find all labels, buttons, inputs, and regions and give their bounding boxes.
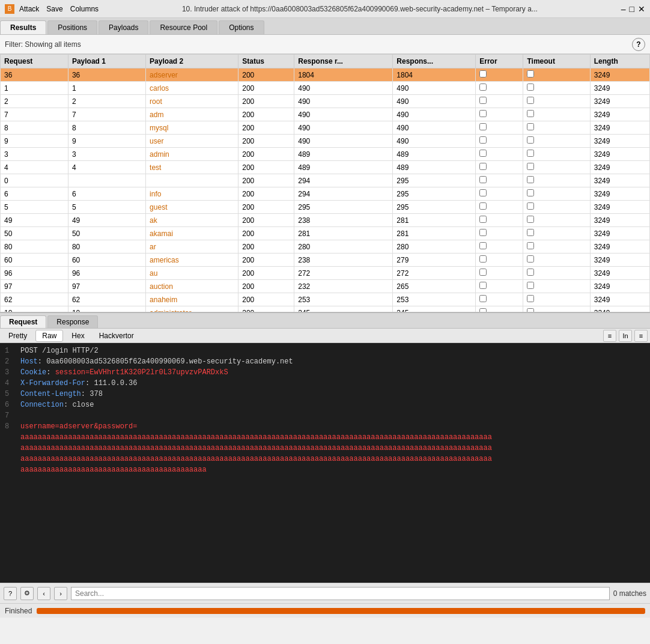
forward-button[interactable]: › <box>54 587 67 600</box>
tab-request[interactable]: Request <box>0 315 46 328</box>
cell-status: 200 <box>238 187 294 201</box>
error-checkbox[interactable] <box>479 97 487 104</box>
error-checkbox[interactable] <box>479 70 487 77</box>
cell-p1: 80 <box>68 240 145 254</box>
table-row[interactable]: 96 96 au 200 272 272 3249 <box>1 267 650 280</box>
table-row[interactable]: 36 36 adserver 200 1804 1804 3249 <box>1 68 650 82</box>
error-checkbox[interactable] <box>479 150 487 157</box>
col-request[interactable]: Request <box>1 55 68 68</box>
tab-resource-pool[interactable]: Resource Pool <box>150 20 217 34</box>
cell-req: 8 <box>1 121 68 135</box>
table-row[interactable]: 60 60 americas 200 238 279 3249 <box>1 254 650 267</box>
table-row[interactable]: 8 8 mysql 200 490 490 3249 <box>1 121 650 135</box>
timeout-checkbox[interactable] <box>527 189 534 196</box>
close-button[interactable]: ✕ <box>638 4 645 14</box>
error-checkbox[interactable] <box>479 163 487 170</box>
itab-hex[interactable]: Hex <box>65 330 90 341</box>
cell-error <box>476 280 523 293</box>
help-button[interactable]: ? <box>632 38 645 51</box>
col-payload1[interactable]: Payload 1 <box>68 55 145 68</box>
table-row[interactable]: 3 3 admin 200 489 489 3249 <box>1 148 650 161</box>
cell-p2: admin <box>146 148 238 161</box>
error-checkbox[interactable] <box>479 189 487 196</box>
back-button[interactable]: ‹ <box>37 587 50 600</box>
error-checkbox[interactable] <box>479 282 487 289</box>
table-row[interactable]: 50 50 akamai 200 281 281 3249 <box>1 227 650 240</box>
error-checkbox[interactable] <box>479 216 487 223</box>
search-input[interactable] <box>71 587 610 600</box>
timeout-checkbox[interactable] <box>527 150 534 157</box>
cell-resp: 245 <box>393 306 476 313</box>
timeout-checkbox[interactable] <box>527 176 534 183</box>
minimize-button[interactable]: – <box>621 4 626 14</box>
timeout-checkbox[interactable] <box>527 242 534 249</box>
tab-options[interactable]: Options <box>219 20 264 34</box>
timeout-checkbox[interactable] <box>527 202 534 210</box>
col-length[interactable]: Length <box>590 55 649 68</box>
table-row[interactable]: 0 200 294 295 3249 <box>1 174 650 187</box>
timeout-checkbox[interactable] <box>527 229 534 236</box>
table-row[interactable]: 49 49 ak 200 238 281 3249 <box>1 214 650 227</box>
timeout-checkbox[interactable] <box>527 163 534 170</box>
timeout-checkbox[interactable] <box>527 136 534 144</box>
table-row[interactable]: 62 62 anaheim 200 253 253 3249 <box>1 293 650 306</box>
error-checkbox[interactable] <box>479 123 487 130</box>
timeout-checkbox[interactable] <box>527 123 534 130</box>
table-row[interactable]: 6 6 info 200 294 295 3249 <box>1 187 650 201</box>
menu-columns[interactable]: Columns <box>70 5 99 13</box>
tab-payloads[interactable]: Payloads <box>99 20 148 34</box>
timeout-checkbox[interactable] <box>527 308 534 312</box>
timeout-checkbox[interactable] <box>527 110 534 117</box>
timeout-checkbox[interactable] <box>527 282 534 289</box>
col-response-r[interactable]: Response r... <box>294 55 393 68</box>
tab-response[interactable]: Response <box>47 315 98 328</box>
timeout-checkbox[interactable] <box>527 70 534 77</box>
table-row[interactable]: 2 2 root 200 490 490 3249 <box>1 95 650 108</box>
error-checkbox[interactable] <box>479 308 487 312</box>
menu-save[interactable]: Save <box>46 5 62 13</box>
table-row[interactable]: 97 97 auction 200 232 265 3249 <box>1 280 650 293</box>
tool-btn-menu[interactable]: ≡ <box>634 330 648 342</box>
col-respons[interactable]: Respons... <box>393 55 476 68</box>
settings-button[interactable]: ⚙ <box>20 587 34 600</box>
timeout-checkbox[interactable] <box>527 216 534 223</box>
error-checkbox[interactable] <box>479 255 487 263</box>
table-row[interactable]: 80 80 ar 200 280 280 3249 <box>1 240 650 254</box>
error-checkbox[interactable] <box>479 269 487 276</box>
error-checkbox[interactable] <box>479 176 487 183</box>
col-error[interactable]: Error <box>476 55 523 68</box>
table-row[interactable]: 10 10 administrator 200 245 245 3249 <box>1 306 650 313</box>
itab-pretty[interactable]: Pretty <box>2 330 33 341</box>
timeout-checkbox[interactable] <box>527 255 534 263</box>
table-row[interactable]: 4 4 test 200 489 489 3249 <box>1 161 650 174</box>
error-checkbox[interactable] <box>479 295 487 302</box>
itab-raw[interactable]: Raw <box>35 330 63 342</box>
table-row[interactable]: 9 9 user 200 490 490 3249 <box>1 135 650 148</box>
table-row[interactable]: 5 5 guest 200 295 295 3249 <box>1 201 650 214</box>
error-checkbox[interactable] <box>479 202 487 210</box>
timeout-checkbox[interactable] <box>527 97 534 104</box>
tool-btn-in[interactable]: In <box>619 330 632 342</box>
col-timeout[interactable]: Timeout <box>523 55 590 68</box>
timeout-checkbox[interactable] <box>527 269 534 276</box>
tab-results[interactable]: Results <box>0 20 46 34</box>
tool-btn-copy[interactable]: ≡ <box>603 330 616 342</box>
error-checkbox[interactable] <box>479 229 487 236</box>
help-status-button[interactable]: ? <box>4 587 17 600</box>
cell-resp: 1804 <box>393 68 476 82</box>
table-row[interactable]: 7 7 adm 200 490 490 3249 <box>1 108 650 121</box>
tab-positions[interactable]: Positions <box>47 20 97 34</box>
table-row[interactable]: 1 1 carlos 200 490 490 3249 <box>1 82 650 95</box>
error-checkbox[interactable] <box>479 84 487 91</box>
cell-p2: auction <box>146 280 238 293</box>
error-checkbox[interactable] <box>479 242 487 249</box>
timeout-checkbox[interactable] <box>527 84 534 91</box>
maximize-button[interactable]: □ <box>630 4 634 14</box>
col-status[interactable]: Status <box>238 55 294 68</box>
error-checkbox[interactable] <box>479 110 487 117</box>
itab-hackvertor[interactable]: Hackvertor <box>93 330 140 341</box>
timeout-checkbox[interactable] <box>527 295 534 302</box>
error-checkbox[interactable] <box>479 136 487 144</box>
menu-attack[interactable]: Attack <box>19 5 39 13</box>
col-payload2[interactable]: Payload 2 <box>146 55 238 68</box>
